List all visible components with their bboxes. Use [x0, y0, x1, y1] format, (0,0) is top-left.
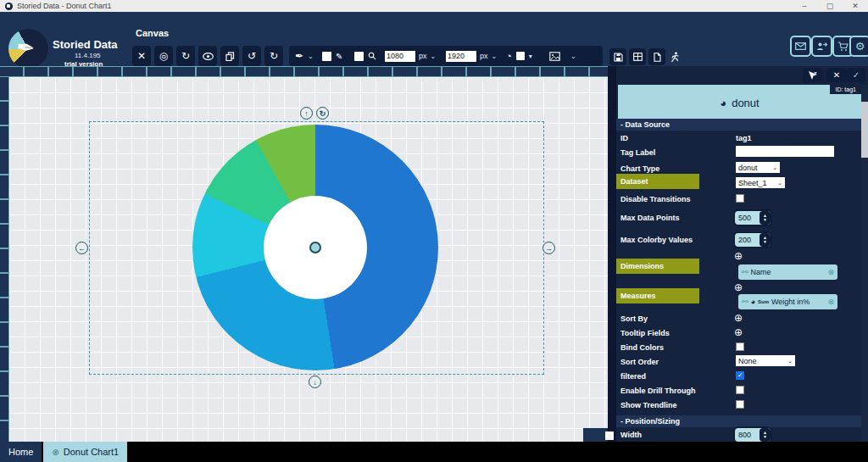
gear-icon: ⚙: [855, 40, 865, 53]
panel-scrollbar[interactable]: [861, 85, 868, 442]
canvas-height-input[interactable]: [446, 51, 476, 62]
tab-chart-label: Donut Chart1: [64, 447, 119, 457]
drill-through-checkbox[interactable]: [736, 386, 744, 394]
target-button[interactable]: ◎: [154, 46, 173, 66]
redo-button[interactable]: ↻: [264, 46, 283, 66]
add-sort-by-button[interactable]: ⊕: [734, 313, 743, 323]
horizontal-scrollbar[interactable]: [583, 428, 608, 442]
add-dimension-button[interactable]: ⊕: [734, 251, 743, 261]
refresh-button[interactable]: ↻: [176, 46, 195, 66]
stepper-arrows[interactable]: ▲▼: [760, 233, 771, 247]
people-share-icon: [816, 42, 827, 51]
filtered-label: filtered: [620, 372, 646, 381]
app-header: ✒ Storied Data 11.4.195 trial version Ca…: [0, 12, 868, 66]
tag-label-label: Tag Label: [620, 148, 655, 157]
save-button[interactable]: [609, 48, 626, 65]
center-handle[interactable]: [309, 242, 321, 253]
disable-transitions-checkbox[interactable]: [736, 194, 744, 203]
chevron-down-icon[interactable]: ⌄: [431, 53, 437, 60]
bind-colors-checkbox[interactable]: [736, 342, 744, 351]
id-value: tag1: [736, 134, 752, 142]
data-table-button[interactable]: [629, 48, 646, 65]
brand-name: Storied Data: [53, 38, 118, 51]
sort-order-label: Sort Order: [620, 358, 659, 366]
dataset-select[interactable]: Sheet_1⌄: [736, 177, 785, 188]
background-color-picker[interactable]: ◔ ▾: [500, 46, 549, 66]
measure-pill-weight[interactable]: ⚯ ◕ Sum Weight in% ⊗: [738, 294, 837, 309]
close-button[interactable]: ✕: [843, 2, 868, 10]
undo-button[interactable]: ↺: [242, 46, 261, 66]
tab-close-icon[interactable]: ⊗: [52, 448, 58, 457]
dimension-pill-name[interactable]: ⚯ Name ⊗: [738, 264, 837, 280]
select-arrow-icon: ⌄: [772, 164, 777, 171]
tag-label-input[interactable]: [736, 146, 834, 157]
stepper-arrows[interactable]: ▲▼: [760, 428, 771, 442]
sort-by-label: Sort By: [620, 314, 648, 323]
tab-donut-chart1[interactable]: ⊗ Donut Chart1: [43, 442, 127, 462]
chevron-down-icon[interactable]: ⌄: [492, 53, 498, 60]
cart-icon: [837, 42, 849, 52]
measures-label: Measures: [616, 288, 699, 303]
pencil-icon: ✎: [336, 52, 342, 61]
community-button[interactable]: [811, 36, 832, 57]
filter-cursor-icon: [808, 70, 818, 81]
document-icon: [654, 53, 661, 62]
add-measure-button[interactable]: ⊕: [734, 282, 743, 292]
remove-icon[interactable]: ⊗: [827, 298, 834, 306]
link-icon: ⚯: [742, 298, 748, 306]
run-preview-button[interactable]: [668, 48, 682, 65]
canvas-width-input[interactable]: [385, 51, 415, 62]
deselect-element-button[interactable]: ✕: [826, 68, 847, 82]
deselect-button[interactable]: ✕: [132, 46, 151, 66]
image-tool-dropdown[interactable]: ⌄: [543, 46, 603, 66]
section-position-sizing[interactable]: - Position/Sizing: [616, 415, 865, 427]
stepper-arrows[interactable]: ▲▼: [760, 211, 771, 225]
sort-order-select[interactable]: None⌄: [736, 355, 795, 366]
running-person-icon: [670, 52, 680, 63]
id-label: ID: [620, 134, 628, 142]
copy-icon: [225, 52, 235, 61]
minimize-button[interactable]: –: [792, 2, 817, 10]
px-unit-label: px: [419, 52, 427, 60]
rotate-icon: ↻: [320, 109, 326, 118]
selected-element-header[interactable]: ID: tag1 ◕donut: [618, 85, 861, 119]
max-colorby-stepper[interactable]: 200 ▲▼: [733, 231, 772, 248]
pen-tool-icon: ✒: [295, 50, 303, 62]
dimensions-label: Dimensions: [616, 259, 699, 274]
settings-button[interactable]: ⚙: [849, 36, 868, 57]
maximize-button[interactable]: ▢: [817, 2, 843, 10]
move-left-handle[interactable]: ←: [75, 242, 88, 254]
move-up-handle[interactable]: ↑: [300, 107, 313, 120]
filtered-checkbox[interactable]: [736, 371, 744, 380]
canvas-ruler-vertical: [0, 77, 9, 442]
apply-button[interactable]: ✓: [847, 68, 865, 82]
max-data-points-stepper[interactable]: 500 ▲▼: [733, 209, 772, 226]
tab-home[interactable]: Home: [0, 442, 42, 462]
move-down-handle[interactable]: ↓: [309, 376, 321, 388]
mail-button[interactable]: [790, 36, 811, 57]
bottom-tab-bar: Home ⊗ Donut Chart1: [0, 442, 868, 462]
copy-button[interactable]: [220, 46, 239, 66]
chart-type-select[interactable]: donut⌄: [736, 162, 780, 173]
brand-version: 11.4.195: [75, 52, 101, 59]
color-swatch: [516, 52, 525, 60]
arrow-up-icon: ↑: [304, 109, 309, 118]
preview-eye-button[interactable]: [198, 46, 217, 66]
add-tooltip-field-button[interactable]: ⊕: [734, 327, 743, 337]
move-right-handle[interactable]: →: [542, 242, 555, 254]
magnifier-icon: [368, 52, 376, 60]
show-trendline-checkbox[interactable]: [736, 400, 744, 409]
rotate-handle[interactable]: ↻: [316, 107, 329, 120]
table-icon: [633, 53, 643, 61]
pointer-filter-button[interactable]: [803, 68, 823, 82]
tooltip-fields-label: Tooltip Fields: [620, 329, 670, 337]
remove-icon[interactable]: ⊗: [827, 268, 834, 276]
panel-scrollbar-thumb[interactable]: [861, 102, 868, 158]
dataset-value: Sheet_1: [738, 179, 767, 187]
width-stepper[interactable]: 800 ▲▼: [733, 426, 772, 442]
canvas-label: Canvas: [136, 28, 169, 38]
px-unit-label: px: [480, 52, 488, 60]
section-data-source[interactable]: - Data Source: [616, 119, 865, 131]
document-button[interactable]: [648, 48, 665, 65]
chevron-down-icon: ⌄: [570, 53, 576, 60]
